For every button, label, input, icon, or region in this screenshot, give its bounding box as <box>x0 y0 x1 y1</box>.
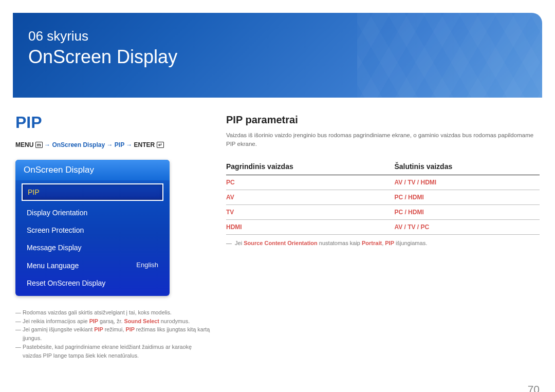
footnote: ― Pastebėsite, kad pagrindiniame ekrane … <box>15 343 211 360</box>
footnote: ― Rodomas vaizdas gali skirtis atsižvelg… <box>15 308 211 317</box>
col-main: Pagrindinis vaizdas <box>226 158 394 175</box>
chapter-title: OnScreen Display <box>28 46 527 68</box>
cell-main: AV <box>226 190 394 204</box>
breadcrumb-seg2: PIP <box>115 141 124 148</box>
osd-menu-item[interactable]: Display Orientation <box>15 204 170 221</box>
osd-menu-item[interactable]: Menu Language English <box>15 257 170 274</box>
osd-menu-item[interactable]: Message Display <box>15 239 170 256</box>
osd-menu-item-label: Reset OnScreen Display <box>27 278 105 288</box>
breadcrumb-arrow: → <box>106 141 114 148</box>
page-number: 70 <box>528 383 540 392</box>
menu-icon: m <box>35 142 43 148</box>
table-row: PC AV / TV / HDMI <box>226 175 540 190</box>
breadcrumb: MENU m → OnScreen Display → PIP → ENTER … <box>15 141 206 148</box>
pip-heading: PIP <box>15 113 206 132</box>
osd-menu-item[interactable]: Reset OnScreen Display <box>15 274 170 292</box>
footnote-text: Jei reikia informacijos apie PIP garsą, … <box>23 317 190 326</box>
col-sub: Šalutinis vaizdas <box>394 158 540 175</box>
footnote-text: Pastebėsite, kad pagrindiniame ekrane le… <box>23 343 211 360</box>
cell-sub: PC / HDMI <box>394 204 540 219</box>
footnote: ― Jei reikia informacijos apie PIP garsą… <box>15 317 211 326</box>
footnote-text: Rodomas vaizdas gali skirtis atsižvelgia… <box>23 308 172 317</box>
osd-menu-item-label: Message Display <box>27 243 82 252</box>
chapter-number: 06 skyrius <box>28 28 527 44</box>
osd-menu-item-selected[interactable]: PIP <box>22 183 163 201</box>
osd-menu-item[interactable]: Screen Protection <box>15 221 170 239</box>
cell-sub: AV / TV / PC <box>394 219 540 234</box>
footnotes: ― Rodomas vaizdas gali skirtis atsižvelg… <box>15 308 211 360</box>
breadcrumb-arrow: → <box>126 141 134 148</box>
breadcrumb-suffix: ENTER <box>134 141 155 148</box>
cell-main: PC <box>226 175 394 190</box>
table-row: TV PC / HDMI <box>226 204 540 219</box>
cell-sub: PC / HDMI <box>394 190 540 204</box>
source-table: Pagrindinis vaizdas Šalutinis vaizdas PC… <box>226 158 540 235</box>
osd-menu-card: OnScreen Display PIP Display Orientation… <box>15 160 170 296</box>
table-row: AV PC / HDMI <box>226 190 540 204</box>
params-desc: Vaizdas iš išorinio vaizdo įrenginio bus… <box>226 131 540 149</box>
footnote-text: Jei gaminį išjungsite veikiant PIP režim… <box>23 325 211 342</box>
cell-sub: AV / TV / HDMI <box>394 175 540 190</box>
breadcrumb-prefix: MENU <box>15 141 33 148</box>
footnote: ― Jei gaminį išjungsite veikiant PIP rež… <box>15 325 211 342</box>
params-heading: PIP parametrai <box>226 114 540 126</box>
osd-menu-item-label: Screen Protection <box>27 226 84 235</box>
osd-menu-header: OnScreen Display <box>15 160 170 180</box>
breadcrumb-seg1: OnScreen Display <box>52 141 105 148</box>
osd-menu-item-label: Display Orientation <box>27 208 87 217</box>
source-footnote: ― Jei Source Content Orientation nustato… <box>226 240 540 246</box>
chapter-banner: 06 skyrius OnScreen Display <box>13 13 542 98</box>
table-row: HDMI AV / TV / PC <box>226 219 540 234</box>
cell-main: HDMI <box>226 219 394 234</box>
osd-menu-item-label: Menu Language <box>27 261 79 270</box>
cell-main: TV <box>226 204 394 219</box>
breadcrumb-arrow: → <box>44 141 52 148</box>
osd-menu-item-value: English <box>136 261 158 270</box>
enter-icon: ↵ <box>157 142 164 148</box>
